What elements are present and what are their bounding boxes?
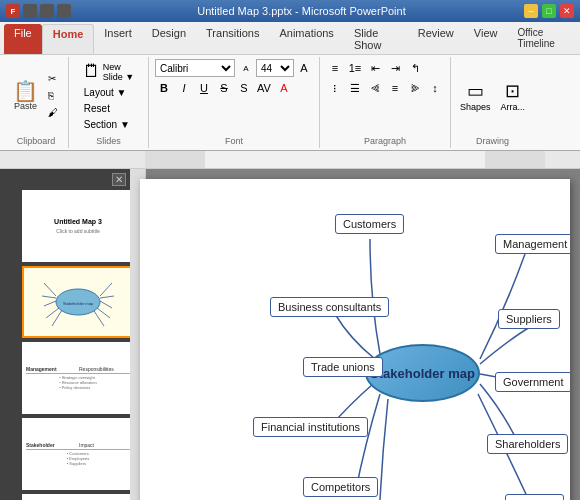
font-size-decrease[interactable]: A [237, 59, 255, 77]
numbering-button[interactable]: 1≡ [346, 59, 364, 77]
font-size-select[interactable]: 44 [256, 59, 294, 77]
italic-button[interactable]: I [175, 79, 193, 97]
bullets-button[interactable]: ≡ [326, 59, 344, 77]
close-button[interactable]: ✕ [560, 4, 574, 18]
tab-insert[interactable]: Insert [94, 24, 142, 54]
font-color-button[interactable]: A [275, 79, 293, 97]
tab-slideshow[interactable]: Slide Show [344, 24, 408, 54]
new-slide-label2: Slide ▼ [103, 72, 134, 82]
svg-text:Stakeholder map: Stakeholder map [63, 301, 94, 306]
suppliers-label: Suppliers [506, 313, 552, 325]
svg-line-9 [100, 283, 112, 296]
panel-close-button[interactable]: ✕ [112, 173, 126, 186]
arrange-button[interactable]: ⊡ Arra... [498, 78, 529, 114]
increase-indent-button[interactable]: ⇥ [386, 59, 404, 77]
align-left-button[interactable]: ⫶ [326, 79, 344, 97]
file-tab-icon[interactable]: F [6, 4, 20, 18]
ruler: // Will draw via JS below [0, 151, 580, 169]
shapes-button[interactable]: ▭ Shapes [457, 78, 494, 114]
slide-4-thumbnail[interactable]: Stakeholder Impact • Customers• Employee… [22, 418, 130, 490]
layout-button[interactable]: Layout ▼ [80, 85, 131, 100]
slide-3-container: 3 Management Responsibilities • Strategi… [4, 342, 126, 414]
trade-unions-node[interactable]: Trade unions [303, 357, 383, 377]
customers-label: Customers [343, 218, 396, 230]
strikethrough-button[interactable]: S [215, 79, 233, 97]
copy-button[interactable]: ⎘ [44, 88, 62, 103]
business-consultants-node[interactable]: Business consultants [270, 297, 389, 317]
font-name-select[interactable]: Calibri [155, 59, 235, 77]
tab-transitions[interactable]: Transitions [196, 24, 269, 54]
reset-button[interactable]: Reset [80, 101, 114, 116]
slide-4-container: 4 Stakeholder Impact • Customers• Employ… [4, 418, 126, 490]
slide-2-thumbnail[interactable]: Stakeholder map [22, 266, 130, 338]
arrange-icon: ⊡ [505, 80, 520, 102]
paste-icon: 📋 [13, 81, 38, 101]
tab-design[interactable]: Design [142, 24, 196, 54]
competitors-node[interactable]: Competitors [303, 477, 378, 497]
slide-2-preview: Stakeholder map [24, 268, 130, 336]
shadow-button[interactable]: S [235, 79, 253, 97]
slide-canvas[interactable]: Stakeholder map Customers Business consu… [140, 179, 570, 500]
slide-panel: ✕ 1 Untitled Map 3 Click to add subtitle… [0, 169, 130, 500]
line-spacing-button[interactable]: ↕ [426, 79, 444, 97]
management-label: Management [503, 238, 567, 250]
tab-officetimeline[interactable]: Office Timeline [507, 24, 580, 54]
financial-institutions-node[interactable]: Financial institutions [253, 417, 368, 437]
new-slide-button[interactable]: 🗒 New Slide ▼ [80, 59, 137, 84]
shapes-label: Shapes [460, 102, 491, 112]
ribbon-content: 📋 Paste ✂ ⎘ 🖌 Clipboard 🗒 New [0, 54, 580, 150]
bold-button[interactable]: B [155, 79, 173, 97]
drawing-group: ▭ Shapes ⊡ Arra... Drawing [451, 57, 534, 148]
panel-header: ✕ [4, 173, 126, 186]
tab-view[interactable]: View [464, 24, 508, 54]
rtl-button[interactable]: ↰ [406, 59, 424, 77]
slide-3-thumbnail[interactable]: Management Responsibilities • Strategic … [22, 342, 130, 414]
paragraph-group: ≡ 1≡ ⇤ ⇥ ↰ ⫶ ☰ ⫷ ≡ ⫸ ↕ Paragraph [320, 57, 451, 148]
tab-home[interactable]: Home [42, 24, 95, 54]
main-area: ✕ 1 Untitled Map 3 Click to add subtitle… [0, 169, 580, 500]
shareholders-label: Shareholders [495, 438, 560, 450]
svg-line-6 [44, 301, 56, 306]
minimize-button[interactable]: – [524, 4, 538, 18]
svg-line-4 [44, 283, 56, 296]
columns-button[interactable]: ⫸ [406, 79, 424, 97]
tab-review[interactable]: Review [408, 24, 464, 54]
redo-icon[interactable] [57, 4, 71, 18]
format-painter-button[interactable]: 🖌 [44, 105, 62, 120]
decrease-indent-button[interactable]: ⇤ [366, 59, 384, 77]
slide3-col1: Management [26, 366, 77, 372]
center-node-label: Stakeholder map [370, 366, 475, 381]
justify-button[interactable]: ≡ [386, 79, 404, 97]
char-spacing-button[interactable]: AV [255, 79, 273, 97]
customers-node[interactable]: Customers [335, 214, 404, 234]
slide-5-thumbnail[interactable]: Retailers Strategy • Distribution• Partn… [22, 494, 130, 500]
tab-file[interactable]: File [4, 24, 42, 54]
align-center-button[interactable]: ☰ [346, 79, 364, 97]
underline-button[interactable]: U [195, 79, 213, 97]
government-node[interactable]: Government [495, 372, 570, 392]
save-icon[interactable] [23, 4, 37, 18]
font-group: Calibri A 44 A B I U S S AV A Fo [149, 57, 320, 148]
slide4-col2: Impact [79, 442, 130, 448]
management-node[interactable]: Management [495, 234, 570, 254]
suppliers-node[interactable]: Suppliers [498, 309, 560, 329]
slide4-col1: Stakeholder [26, 442, 77, 448]
cut-button[interactable]: ✂ [44, 71, 62, 86]
ruler-marks: // Will draw via JS below [145, 151, 580, 168]
paste-button[interactable]: 📋 Paste [10, 79, 41, 113]
undo-icon[interactable] [40, 4, 54, 18]
restore-button[interactable]: □ [542, 4, 556, 18]
slide-1-preview: Untitled Map 3 Click to add subtitle [24, 192, 130, 260]
font-size-increase[interactable]: A [295, 59, 313, 77]
tab-animations[interactable]: Animations [269, 24, 343, 54]
ribbon: File Home Insert Design Transitions Anim… [0, 22, 580, 151]
retailers-node[interactable]: Retailers [505, 494, 564, 500]
shareholders-node[interactable]: Shareholders [487, 434, 568, 454]
section-button[interactable]: Section ▼ [80, 117, 134, 132]
financial-institutions-label: Financial institutions [261, 421, 360, 433]
slide4-divider [26, 449, 130, 450]
new-slide-label: New [103, 62, 121, 72]
clipboard-group: 📋 Paste ✂ ⎘ 🖌 Clipboard [4, 57, 69, 148]
align-right-button[interactable]: ⫷ [366, 79, 384, 97]
slide-1-thumbnail[interactable]: Untitled Map 3 Click to add subtitle [22, 190, 130, 262]
